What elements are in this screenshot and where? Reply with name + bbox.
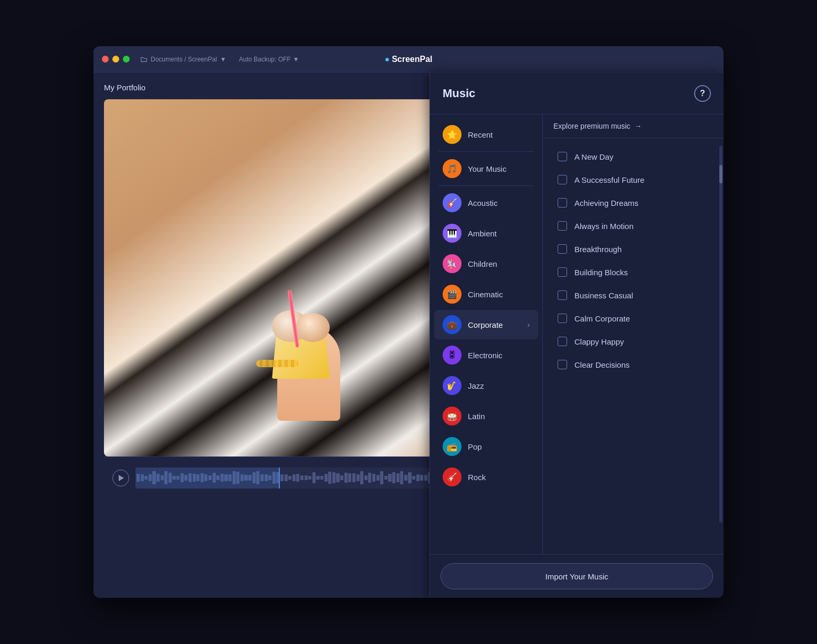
song-checkbox-a-successful-future[interactable] (558, 175, 567, 184)
logo-text: ScreenPal (392, 55, 432, 64)
category-icon-your-music: 🎵 (443, 159, 462, 178)
import-footer: Import Your Music (430, 554, 724, 598)
ice-cream-cup (267, 305, 335, 379)
category-label-ambient: Ambient (468, 229, 530, 238)
category-item-your-music[interactable]: 🎵Your Music (434, 154, 538, 183)
song-name-always-in-motion: Always in Motion (574, 222, 634, 231)
song-checkbox-a-new-day[interactable] (558, 152, 567, 161)
waveform-bar (312, 472, 316, 483)
song-checkbox-breakthrough[interactable] (558, 244, 567, 254)
category-icon-recent: ⭐ (443, 125, 462, 144)
song-name-a-successful-future: A Successful Future (574, 175, 644, 184)
waveform-bar (320, 476, 323, 480)
category-item-rock[interactable]: 🎸Rock (434, 462, 538, 492)
bracelet (256, 360, 298, 367)
file-path[interactable]: Documents / ScreenPal ▼ (140, 56, 226, 63)
auto-backup-chevron: ▼ (293, 56, 299, 63)
category-icon-ambient: 🎹 (443, 224, 462, 243)
waveform-bar (396, 473, 400, 482)
category-icon-jazz: 🎷 (443, 376, 462, 395)
close-window-button[interactable] (102, 56, 109, 63)
auto-backup-status[interactable]: Auto Backup: OFF ▼ (239, 56, 299, 63)
song-item-business-casual[interactable]: Business Casual (547, 284, 719, 306)
logo-icon: ● (384, 55, 390, 64)
import-music-button[interactable]: Import Your Music (441, 563, 713, 589)
song-checkbox-building-blocks[interactable] (558, 267, 567, 277)
category-label-acoustic: Acoustic (468, 199, 530, 207)
waveform-bar (332, 472, 336, 483)
song-item-achieving-dreams[interactable]: Achieving Dreams (547, 192, 719, 214)
song-item-calm-corporate[interactable]: Calm Corporate (547, 307, 719, 329)
song-name-building-blocks: Building Blocks (574, 268, 628, 277)
song-item-a-successful-future[interactable]: A Successful Future (547, 169, 719, 191)
editor-area: My Portfolio (93, 72, 724, 598)
category-item-pop[interactable]: 📻Pop (434, 432, 538, 461)
waveform-bar (288, 476, 291, 480)
song-name-achieving-dreams: Achieving Dreams (574, 199, 638, 207)
song-item-a-new-day[interactable]: A New Day (547, 146, 719, 168)
songs-list: A New DayA Successful FutureAchieving Dr… (543, 140, 724, 554)
waveform-bar (424, 475, 427, 481)
song-name-a-new-day: A New Day (574, 152, 613, 161)
waveform-bar (305, 475, 308, 481)
waveform-bar (285, 474, 288, 482)
waveform-bar (308, 476, 311, 480)
scrollbar-thumb[interactable] (719, 165, 722, 183)
maximize-window-button[interactable] (123, 56, 130, 63)
song-checkbox-business-casual[interactable] (558, 290, 567, 300)
song-item-clear-decisions[interactable]: Clear Decisions (547, 354, 719, 376)
arm-element (256, 274, 361, 421)
category-icon-electronic: 🎛 (443, 346, 462, 365)
scrollbar-track[interactable] (719, 146, 722, 523)
waveform-bar (344, 473, 348, 482)
category-icon-children: 🎠 (443, 254, 462, 273)
category-item-acoustic[interactable]: 🎸Acoustic (434, 188, 538, 217)
explore-premium-link[interactable]: Explore premium music → (543, 115, 724, 138)
play-button[interactable] (112, 470, 129, 486)
category-divider (438, 185, 534, 186)
category-item-jazz[interactable]: 🎷Jazz (434, 371, 538, 400)
help-button[interactable]: ? (694, 85, 711, 102)
song-name-clappy-happy: Clappy Happy (574, 337, 624, 346)
waveform-bar (352, 473, 355, 482)
waveform-bar (408, 472, 411, 484)
category-icon-pop: 📻 (443, 437, 462, 456)
song-item-breakthrough[interactable]: Breakthrough (547, 238, 719, 260)
app-window: Documents / ScreenPal ▼ Auto Backup: OFF… (93, 46, 724, 598)
song-checkbox-calm-corporate[interactable] (558, 314, 567, 323)
music-content: ⭐Recent🎵Your Music🎸Acoustic🎹Ambient🎠Chil… (430, 115, 724, 554)
category-icon-corporate: 💼 (443, 315, 462, 334)
waveform-bar (280, 474, 284, 481)
song-name-breakthrough: Breakthrough (574, 245, 622, 254)
songs-panel: Explore premium music → A New DayA Succe… (543, 115, 724, 554)
category-item-ambient[interactable]: 🎹Ambient (434, 219, 538, 248)
folder-icon (140, 56, 148, 63)
scoops-container (269, 305, 332, 342)
category-item-children[interactable]: 🎠Children (434, 249, 538, 278)
waveform-bar (368, 473, 371, 482)
category-item-corporate[interactable]: 💼Corporate› (434, 310, 538, 339)
category-item-latin[interactable]: 🥁Latin (434, 401, 538, 431)
category-divider (438, 151, 534, 152)
category-label-cinematic: Cinematic (468, 290, 530, 299)
song-checkbox-achieving-dreams[interactable] (558, 198, 567, 207)
song-checkbox-clear-decisions[interactable] (558, 360, 567, 369)
song-name-business-casual: Business Casual (574, 291, 633, 300)
traffic-lights (102, 56, 130, 63)
explore-premium-arrow: → (634, 122, 642, 130)
waveform-bar (324, 474, 328, 482)
scoop-right (296, 313, 330, 342)
song-item-clappy-happy[interactable]: Clappy Happy (547, 330, 719, 352)
category-item-electronic[interactable]: 🎛Electronic (434, 340, 538, 370)
song-checkbox-clappy-happy[interactable] (558, 337, 567, 346)
category-item-cinematic[interactable]: 🎬Cinematic (434, 279, 538, 309)
song-checkbox-always-in-motion[interactable] (558, 221, 567, 231)
waveform-bar (420, 475, 423, 481)
minimize-window-button[interactable] (112, 56, 119, 63)
categories-sidebar: ⭐Recent🎵Your Music🎸Acoustic🎹Ambient🎠Chil… (430, 115, 543, 554)
song-item-always-in-motion[interactable]: Always in Motion (547, 215, 719, 237)
category-item-recent[interactable]: ⭐Recent (434, 120, 538, 149)
song-item-building-blocks[interactable]: Building Blocks (547, 261, 719, 283)
category-icon-cinematic: 🎬 (443, 285, 462, 304)
category-label-latin: Latin (468, 412, 530, 421)
